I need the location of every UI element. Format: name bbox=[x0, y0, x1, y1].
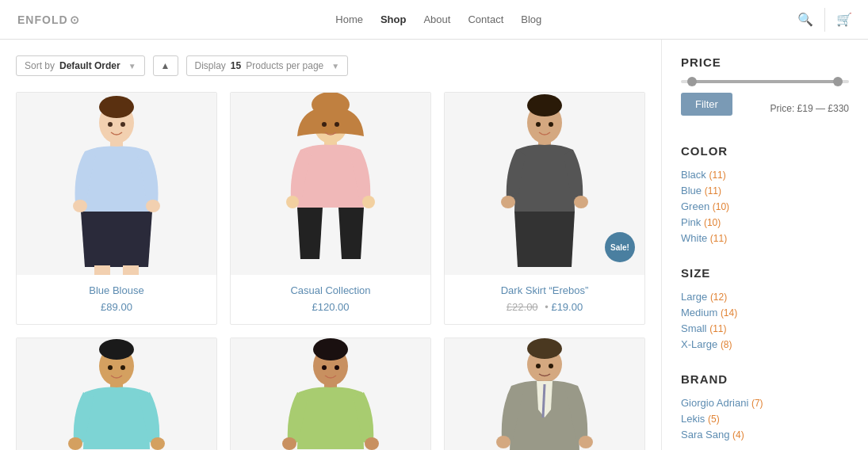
product-info: Blue Blouse £89.00 bbox=[17, 275, 216, 324]
price-row: Filter Price: £19 — £330 bbox=[681, 93, 849, 122]
product-image bbox=[445, 338, 644, 450]
sort-label: Sort by bbox=[25, 60, 55, 71]
product-card[interactable] bbox=[444, 338, 645, 450]
toolbar: Sort by Default Order ▼ ▲ Display 15 Pro… bbox=[16, 55, 645, 76]
filter-button[interactable]: Filter bbox=[681, 93, 732, 116]
list-item[interactable]: Sara Sang (4) bbox=[681, 429, 849, 440]
color-black-link[interactable]: Black (11) bbox=[681, 169, 726, 181]
order-direction-button[interactable]: ▲ bbox=[153, 55, 178, 76]
cart-icon: 🛒 bbox=[836, 13, 852, 26]
price-thumb-left[interactable] bbox=[687, 77, 697, 86]
brand-sarasang-link[interactable]: Sara Sang (4) bbox=[681, 429, 744, 440]
search-icon: 🔍 bbox=[797, 13, 813, 26]
svg-point-1 bbox=[99, 96, 134, 118]
logo[interactable]: ENFOLD ⊙ bbox=[16, 13, 80, 26]
size-large-link[interactable]: Large (12) bbox=[681, 291, 727, 303]
price-value: £89.00 bbox=[101, 301, 132, 313]
original-price: £22.00 bbox=[507, 301, 538, 313]
list-item[interactable]: Blue (11) bbox=[681, 185, 849, 196]
brand-lekis-link[interactable]: Lekis (5) bbox=[681, 413, 720, 425]
price-thumb-right[interactable] bbox=[833, 77, 843, 86]
sort-chevron-icon: ▼ bbox=[128, 62, 136, 71]
size-section-title: SIZE bbox=[681, 266, 849, 280]
brand-giorgio-link[interactable]: Giorgio Adriani (7) bbox=[681, 397, 763, 409]
svg-point-27 bbox=[151, 437, 165, 450]
price-value: £120.00 bbox=[312, 301, 350, 313]
product-grid: Blue Blouse £89.00 bbox=[16, 92, 645, 450]
size-small-link[interactable]: Small (11) bbox=[681, 322, 726, 334]
svg-rect-5 bbox=[94, 265, 110, 275]
svg-point-19 bbox=[501, 196, 515, 208]
svg-point-31 bbox=[313, 338, 348, 360]
sort-value: Default Order bbox=[59, 60, 120, 71]
cart-button[interactable]: 🛒 bbox=[836, 12, 852, 27]
product-card[interactable]: Sale! Dark Skirt “Erebos” £22.00 • £19.0… bbox=[444, 92, 645, 325]
svg-point-43 bbox=[549, 364, 553, 368]
display-suffix: Products per page bbox=[246, 60, 323, 71]
size-section: SIZE Large (12) Medium (14) Small bbox=[681, 266, 849, 350]
list-item[interactable]: Green (10) bbox=[681, 200, 849, 212]
list-item[interactable]: Lekis (5) bbox=[681, 413, 849, 425]
svg-point-34 bbox=[365, 437, 379, 450]
color-green-link[interactable]: Green (10) bbox=[681, 200, 729, 212]
header-divider bbox=[824, 8, 825, 32]
svg-point-35 bbox=[322, 365, 327, 370]
list-item[interactable]: Giorgio Adriani (7) bbox=[681, 397, 849, 409]
product-card[interactable] bbox=[230, 338, 431, 450]
nav-contact[interactable]: Contact bbox=[468, 13, 503, 25]
brand-label: Sara Sang bbox=[681, 429, 729, 440]
svg-point-41 bbox=[579, 436, 593, 448]
sort-select[interactable]: Sort by Default Order ▼ bbox=[16, 55, 145, 76]
color-count: (11) bbox=[710, 233, 727, 244]
size-label: Large bbox=[681, 291, 707, 303]
list-item[interactable]: White (11) bbox=[681, 232, 849, 244]
sale-price: £19.00 bbox=[551, 301, 583, 313]
brand-count: (7) bbox=[751, 398, 763, 409]
color-pink-link[interactable]: Pink (10) bbox=[681, 216, 721, 228]
size-xlarge-link[interactable]: X-Large (8) bbox=[681, 338, 732, 350]
nav-home[interactable]: Home bbox=[335, 13, 363, 25]
order-asc-icon: ▲ bbox=[161, 60, 170, 71]
list-item[interactable]: Medium (14) bbox=[681, 307, 849, 318]
brand-count: (4) bbox=[732, 429, 744, 440]
main-layout: Sort by Default Order ▼ ▲ Display 15 Pro… bbox=[0, 40, 868, 450]
header-right: 🔍 🛒 bbox=[797, 8, 852, 32]
color-label: Blue bbox=[681, 185, 702, 196]
color-section: COLOR Black (11) Blue (11) Green bbox=[681, 144, 849, 244]
svg-point-24 bbox=[99, 339, 134, 360]
product-card[interactable]: Blue Blouse £89.00 bbox=[16, 92, 217, 325]
nav-about[interactable]: About bbox=[423, 13, 450, 25]
color-label: Black bbox=[681, 169, 706, 181]
list-item[interactable]: X-Large (8) bbox=[681, 338, 849, 350]
price-section-title: PRICE bbox=[681, 55, 849, 69]
list-item[interactable]: Large (12) bbox=[681, 291, 849, 303]
color-blue-link[interactable]: Blue (11) bbox=[681, 185, 721, 196]
size-label: Medium bbox=[681, 307, 717, 318]
price-range-track bbox=[681, 80, 849, 83]
product-card[interactable]: Casual Collection £120.00 bbox=[230, 92, 431, 325]
size-medium-link[interactable]: Medium (14) bbox=[681, 307, 737, 318]
svg-point-13 bbox=[362, 196, 375, 208]
svg-point-14 bbox=[322, 122, 327, 127]
logo-icon: ⊙ bbox=[70, 13, 80, 26]
color-white-link[interactable]: White (11) bbox=[681, 232, 727, 244]
product-info: Dark Skirt “Erebos” £22.00 • £19.00 bbox=[445, 275, 644, 324]
sidebar: PRICE Filter Price: £19 — £330 COLOR Bla… bbox=[662, 40, 868, 450]
svg-point-40 bbox=[496, 436, 510, 448]
list-item[interactable]: Black (11) bbox=[681, 169, 849, 181]
content-area: Sort by Default Order ▼ ▲ Display 15 Pro… bbox=[0, 40, 662, 450]
brand-count: (5) bbox=[708, 414, 720, 425]
color-count: (11) bbox=[705, 185, 721, 196]
nav-blog[interactable]: Blog bbox=[521, 13, 541, 25]
product-card[interactable] bbox=[16, 338, 217, 450]
product-info: Casual Collection £120.00 bbox=[231, 275, 430, 324]
list-item[interactable]: Small (11) bbox=[681, 322, 849, 334]
svg-point-12 bbox=[286, 196, 299, 208]
nav-shop[interactable]: Shop bbox=[380, 13, 407, 25]
price-range-text: Price: £19 — £330 bbox=[770, 103, 849, 114]
search-button[interactable]: 🔍 bbox=[797, 12, 813, 27]
list-item[interactable]: Pink (10) bbox=[681, 216, 849, 228]
size-label: X-Large bbox=[681, 338, 717, 350]
brand-list: Giorgio Adriani (7) Lekis (5) Sara Sang … bbox=[681, 397, 849, 440]
display-select[interactable]: Display 15 Products per page ▼ bbox=[186, 55, 349, 76]
